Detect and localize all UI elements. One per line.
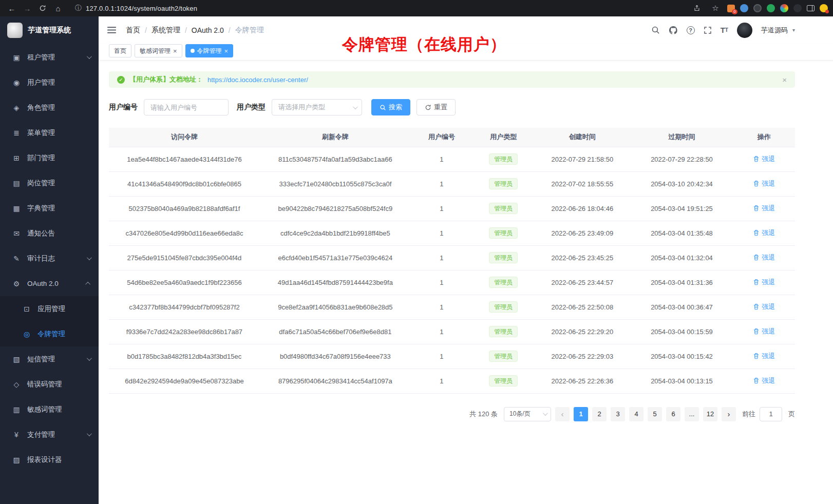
table-row: c342377bf8b344799dcbf7bf095287f2 9ce8ef2… — [109, 295, 795, 319]
sidebar-item[interactable]: ▨ 报表设计器 — [0, 447, 99, 472]
force-logout-button[interactable]: 强退 — [753, 228, 775, 238]
back-icon[interactable]: ← — [5, 2, 18, 15]
user-caret-icon[interactable]: ▾ — [792, 27, 795, 33]
help-icon[interactable]: ? — [687, 26, 695, 34]
tab-close-icon[interactable]: × — [173, 48, 177, 54]
user-id-input[interactable] — [144, 99, 229, 115]
sidebar-item[interactable]: ▦ 字典管理 — [0, 196, 99, 221]
page-number-button[interactable]: 6 — [666, 407, 680, 421]
sidebar-item[interactable]: ⊞ 部门管理 — [0, 145, 99, 170]
extension-icon-green[interactable] — [767, 4, 775, 12]
breadcrumb-item[interactable]: 系统管理 — [152, 26, 180, 35]
sidebar-item-icon: ◇ — [12, 380, 21, 389]
force-logout-button[interactable]: 强退 — [753, 154, 775, 164]
user-name[interactable]: 芋道源码 — [761, 26, 788, 35]
page-number-button[interactable]: 2 — [592, 407, 607, 421]
sidebar-item[interactable]: ≣ 菜单管理 — [0, 120, 99, 145]
extension-icon-grid[interactable]: 0 — [727, 5, 735, 12]
user-type-badge: 管理员 — [489, 375, 518, 386]
sidebar-item-label: 短信管理 — [27, 355, 55, 364]
cell-user-id: 1 — [411, 245, 472, 270]
cell-create-time: 2022-06-26 18:04:46 — [534, 196, 630, 221]
force-logout-button[interactable]: 强退 — [753, 179, 775, 188]
sidebar-item[interactable]: ▥ 敏感词管理 — [0, 397, 99, 422]
address-bar[interactable]: ⓘ 127.0.0.1:1024/system/oauth2/token — [75, 4, 688, 13]
extension-icon-paw[interactable] — [793, 4, 802, 12]
view-tabs: 首页 敏感词管理 × 令牌管理 × — [99, 44, 833, 61]
page-number-button[interactable]: 3 — [611, 407, 625, 421]
page-number-button[interactable]: 4 — [629, 407, 643, 421]
force-logout-button[interactable]: 强退 — [753, 352, 775, 361]
extension-icon-multicolor[interactable] — [780, 4, 788, 12]
force-logout-button[interactable]: 强退 — [753, 204, 775, 213]
sidebar-item[interactable]: ◎ 令牌管理 — [0, 321, 99, 346]
breadcrumb-item[interactable]: 首页 — [126, 26, 140, 35]
browser-profile-avatar[interactable] — [820, 4, 828, 12]
next-page-button[interactable]: › — [722, 407, 736, 421]
extension-icon-dark-ring[interactable] — [753, 4, 762, 12]
share-icon[interactable] — [690, 2, 704, 15]
sidebar-item[interactable]: ✎ 审计日志 — [0, 246, 99, 271]
reload-icon[interactable] — [36, 2, 49, 15]
force-logout-button[interactable]: 强退 — [753, 376, 775, 385]
app-header: 首页 / 系统管理 / OAuth 2.0 / 令牌管理 — [99, 16, 833, 44]
home-icon[interactable]: ⌂ — [51, 2, 65, 15]
bookmark-star-icon[interactable]: ☆ — [709, 2, 722, 15]
tab-close-icon[interactable]: × — [224, 48, 229, 54]
doc-link[interactable]: https://doc.iocoder.cn/user-center/ — [207, 76, 308, 84]
page-number-button[interactable]: 1 — [574, 407, 588, 421]
sidebar-item[interactable]: ▧ 短信管理 — [0, 346, 99, 372]
cell-access-token: c347026e805e4d99b0d116eae66eda8c — [109, 221, 260, 245]
fullscreen-icon[interactable] — [704, 26, 712, 34]
user-avatar[interactable] — [737, 23, 752, 38]
page-size-select[interactable]: 10条/页 — [504, 407, 551, 421]
main-area: 首页 / 系统管理 / OAuth 2.0 / 令牌管理 — [99, 16, 833, 504]
view-tab[interactable]: 令牌管理 × — [185, 44, 234, 57]
token-table: 访问令牌刷新令牌用户编号用户类型创建时间过期时间操作 1ea5e44f8bc14… — [109, 128, 795, 394]
goto-page-input[interactable] — [760, 407, 782, 421]
sidebar-toggle-icon[interactable] — [807, 5, 815, 11]
cell-expire-time: 2054-03-04 01:32:04 — [630, 245, 733, 270]
site-info-icon[interactable]: ⓘ — [75, 4, 82, 13]
force-logout-button[interactable]: 强退 — [753, 253, 775, 262]
sidebar-item[interactable]: ▣ 租户管理 — [0, 45, 99, 70]
cell-access-token: 6d842e2924594de9a09e45e087323abe — [109, 369, 260, 393]
collapse-menu-icon[interactable] — [107, 25, 117, 35]
user-type-select[interactable]: 请选择用户类型 — [272, 99, 362, 115]
page-number-button[interactable]: ... — [685, 407, 699, 421]
view-tab[interactable]: 首页 — [109, 44, 131, 57]
sidebar-item-icon: ▤ — [12, 179, 21, 187]
sidebar-item[interactable]: ⚙ OAuth 2.0 — [0, 271, 99, 296]
sidebar-item[interactable]: ✉ 通知公告 — [0, 221, 99, 246]
breadcrumb-item[interactable]: OAuth 2.0 — [192, 26, 224, 34]
view-tab[interactable]: 敏感词管理 × — [135, 44, 182, 57]
search-icon[interactable] — [651, 26, 660, 34]
breadcrumb-item[interactable]: 令牌管理 — [235, 26, 264, 35]
forward-icon[interactable]: → — [21, 2, 34, 15]
force-logout-button[interactable]: 强退 — [753, 278, 775, 287]
search-button[interactable]: 搜索 — [371, 99, 410, 115]
reset-button[interactable]: 重置 — [416, 99, 456, 115]
force-logout-button[interactable]: 强退 — [753, 327, 775, 336]
delete-icon — [753, 254, 760, 261]
user-type-badge: 管理员 — [489, 301, 518, 313]
sidebar-item[interactable]: ◈ 角色管理 — [0, 95, 99, 120]
app-logo-link[interactable]: 芋道管理系统 — [0, 16, 99, 44]
sidebar-item[interactable]: ¥ 支付管理 — [0, 422, 99, 447]
page-number-button[interactable]: 12 — [703, 407, 717, 421]
alert-close-icon[interactable]: × — [782, 75, 787, 84]
prev-page-button[interactable]: ‹ — [555, 407, 570, 421]
cell-access-token: 502375b8040a469a9b82188afdf6af1f — [109, 196, 260, 221]
github-icon[interactable] — [669, 26, 678, 35]
force-logout-button[interactable]: 强退 — [753, 302, 775, 312]
page-number-button[interactable]: 5 — [648, 407, 662, 421]
extension-icon-blue[interactable] — [740, 4, 748, 12]
font-size-icon[interactable]: TT — [721, 26, 728, 34]
user-type-badge: 管理员 — [489, 178, 518, 189]
cell-create-time: 2022-06-25 22:26:36 — [534, 369, 630, 393]
cell-user-id: 1 — [411, 270, 472, 295]
sidebar-item[interactable]: ◉ 用户管理 — [0, 70, 99, 95]
sidebar-item[interactable]: ▤ 岗位管理 — [0, 170, 99, 196]
sidebar-item[interactable]: ⊡ 应用管理 — [0, 296, 99, 321]
sidebar-item[interactable]: ◇ 错误码管理 — [0, 372, 99, 397]
